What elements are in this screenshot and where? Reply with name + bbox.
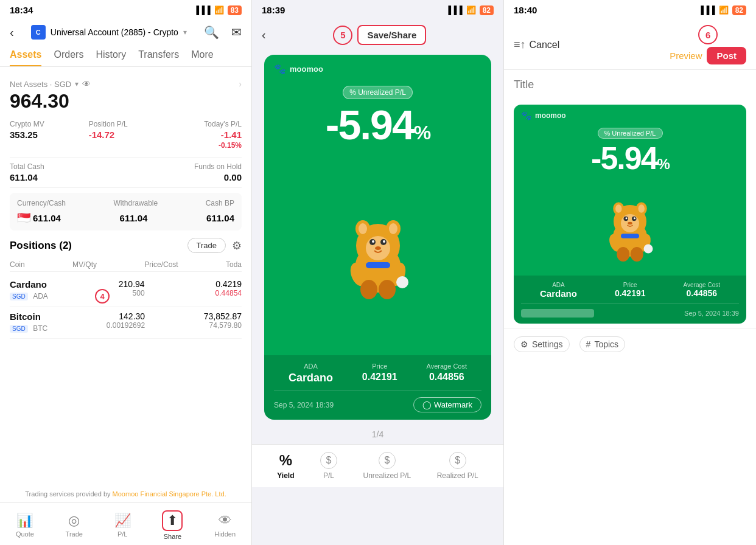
total-cash-col: Total Cash 611.04 (10, 162, 44, 182)
todays-pl-pct: -0.15% (167, 141, 242, 150)
pos-ticker-bitcoin: BTC (33, 324, 47, 333)
step6-badge: 6 (698, 25, 718, 44)
preview-date: Sep 5, 2024 18:39 (684, 310, 739, 317)
back-icon[interactable]: ‹ (10, 26, 14, 40)
realized-pl-icon: $ (449, 452, 466, 469)
position-row-cardano[interactable]: Cardano SGD ADA 210.94 500 0.4219 0.4485… (10, 274, 242, 307)
share-yield[interactable]: % Yield (277, 452, 294, 480)
nav-hidden[interactable]: 👁 Hidden (214, 513, 236, 538)
account-row[interactable]: C Universal Account (2885) - Crypto ▾ (31, 25, 187, 40)
pos-mv-cardano: 210.94 (119, 279, 145, 289)
avg-cost-value: 0.44856 (427, 372, 467, 383)
currency-row: 🇸🇬 611.04 611.04 611.04 (17, 211, 234, 224)
tabs: Assets Orders History Transfers More (0, 44, 251, 67)
position-pl-label: Position P/L (89, 120, 163, 128)
pos-qty-cardano: 500 (119, 289, 145, 297)
wifi-icon-2: 📶 (466, 5, 476, 15)
divider-2 (10, 187, 242, 188)
svg-point-27 (626, 217, 628, 219)
svg-point-23 (639, 204, 645, 213)
svg-point-35 (631, 247, 643, 262)
funds-hold-col: Funds on Hold 0.00 (194, 162, 242, 182)
positions-table-header: Coin MV/Qty Price/Cost Toda (10, 258, 242, 272)
title-input[interactable] (504, 70, 756, 100)
todays-pl-value: -1.41 (167, 130, 242, 140)
unrealized-badge: % Unrealized P/L (343, 86, 413, 99)
mail-icon[interactable]: ✉ (231, 25, 242, 40)
preview-button[interactable]: Preview (670, 50, 702, 61)
stats-grid: Crypto MV 353.25 Position P/L -14.72 Tod… (10, 120, 242, 150)
topics-button[interactable]: # Topics (579, 336, 625, 352)
svg-point-34 (617, 247, 629, 262)
avg-cost-label: Average Cost (427, 363, 467, 370)
preview-blurred-info (521, 309, 594, 318)
preview-footer: ADA Cardano Price 0.42191 Average Cost 0… (514, 276, 746, 324)
pos-cost-cardano: 0.44854 (215, 289, 242, 297)
svg-point-11 (375, 246, 381, 250)
share-unrealized-pl[interactable]: $ Unrealized P/L (363, 452, 411, 480)
currency-header: Currency/Cash Withdrawable Cash BP (17, 199, 234, 207)
pos-cost-bitcoin: 74,579.80 (204, 321, 242, 330)
pl-icon: 📈 (114, 513, 131, 529)
svg-point-9 (372, 240, 374, 243)
share-options: % Yield $ P/L $ Unrealized P/L $ Realize… (252, 444, 503, 487)
preview-mascot-svg (593, 190, 667, 263)
pos-name-bitcoin: Bitcoin (10, 311, 41, 322)
nav-pl[interactable]: 📈 P/L (114, 513, 131, 538)
position-row-bitcoin[interactable]: Bitcoin SGD BTC 142.30 0.00192692 73,852… (10, 307, 242, 339)
settings-icon[interactable]: ⚙ (232, 239, 242, 252)
trade-button[interactable]: Trade (187, 238, 226, 253)
coin-ada-label: ADA (289, 363, 333, 370)
trading-notice: Trading services provided by Moomoo Fina… (0, 485, 251, 502)
todays-pl-col: Today's P/L -1.41 -0.15% (167, 120, 242, 150)
assets-panel: 18:34 ▐▐▐ 📶 83 ‹ C Universal Account (28… (0, 0, 252, 545)
price-value: 0.42191 (362, 372, 397, 383)
svg-point-29 (628, 221, 632, 224)
tab-assets[interactable]: Assets (10, 44, 41, 66)
tab-orders[interactable]: Orders (54, 44, 83, 66)
tab-more[interactable]: More (191, 44, 213, 66)
status-bar-1: 18:34 ▐▐▐ 📶 83 (0, 0, 251, 20)
pl-icon-2: $ (320, 452, 337, 469)
share-pl[interactable]: $ P/L (320, 452, 337, 480)
back-icon-2[interactable]: ‹ (262, 28, 266, 42)
battery-2: 82 (480, 5, 494, 15)
pos-qty-bitcoin: 0.00192692 (107, 321, 145, 330)
mascot-area (264, 150, 491, 355)
pos-price-bitcoin: 73,852.87 (204, 311, 242, 321)
preview-card-header: 🐾 moomoo (514, 105, 746, 120)
watermark-button[interactable]: ◯ Watermark (413, 397, 481, 412)
col-today: Toda (226, 260, 242, 269)
share-realized-pl[interactable]: $ Realized P/L (437, 452, 478, 480)
wifi-icon-3: 📶 (719, 5, 729, 15)
eye-icon[interactable]: 👁 (82, 79, 91, 89)
nav-quote[interactable]: 📊 Quote (16, 513, 34, 538)
net-assets-value: 964.30 (10, 90, 242, 113)
settings-button[interactable]: ⚙ Settings (514, 336, 570, 352)
svg-point-17 (379, 280, 396, 299)
pos-price-cardano: 0.4219 (215, 279, 242, 289)
trading-notice-link[interactable]: Moomoo Financial Singapore Pte. Ltd. (113, 490, 226, 498)
search-icon[interactable]: 🔍 (204, 25, 219, 40)
currency-section: Currency/Cash Withdrawable Cash BP 🇸🇬 61… (10, 193, 242, 231)
time-1: 18:34 (10, 5, 33, 15)
position-pl-col: Position P/L -14.72 (89, 120, 163, 150)
tab-history[interactable]: History (96, 44, 126, 66)
nav-trade[interactable]: ◎ Trade (66, 513, 83, 538)
col-pricecost: Price/Cost (144, 260, 178, 269)
status-bar-3: 18:40 ▐▐▐ 📶 82 (504, 0, 756, 20)
preview-mascot-area (514, 178, 746, 276)
share-card: 🐾 moomoo % Unrealized P/L -5.94% (264, 55, 491, 420)
svg-point-5 (389, 223, 397, 234)
cancel-button[interactable]: Cancel (530, 40, 560, 50)
svg-rect-30 (621, 234, 639, 238)
cash-row: Total Cash 611.04 Funds on Hold 0.00 (10, 162, 242, 182)
panel2-nav: ‹ 5 Save/Share (252, 20, 503, 50)
signal-icon: ▐▐▐ (194, 5, 211, 15)
post-button[interactable]: Post (707, 47, 746, 64)
post-editor-panel: 18:40 ▐▐▐ 📶 82 ≡↑ Cancel 6 Preview Post (504, 0, 756, 545)
save-share-button[interactable]: Save/Share (357, 25, 426, 45)
nav-share[interactable]: ⬆ Share (162, 510, 183, 540)
share-btn[interactable]: ⬆ (162, 510, 183, 531)
tab-transfers[interactable]: Transfers (138, 44, 179, 66)
